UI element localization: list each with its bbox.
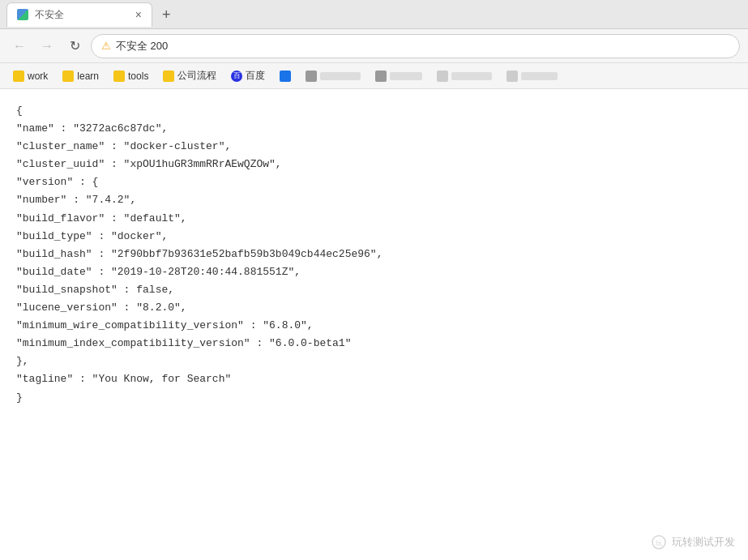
bookmark-gray1-icon xyxy=(306,71,317,82)
forward-icon: → xyxy=(41,39,53,53)
bookmark-light1[interactable] xyxy=(430,67,498,85)
json-line-12: "lucene_version" : "8.2.0", xyxy=(16,299,732,317)
bookmark-light2[interactable] xyxy=(500,67,564,85)
forward-button[interactable]: → xyxy=(36,35,58,58)
json-line-10: "build_date" : "2019-10-28T20:40:44.8815… xyxy=(16,263,732,281)
tab-area: 不安全 × + xyxy=(6,2,742,27)
json-line-11: "build_snapshot" : false, xyxy=(16,281,732,299)
bookmarks-bar: work learn tools 公司流程 百 百度 xyxy=(0,63,748,89)
bookmark-gray2[interactable] xyxy=(369,67,429,85)
bookmark-work-label: work xyxy=(28,71,48,82)
browser-tab[interactable]: 不安全 × xyxy=(6,2,152,27)
bookmark-tools[interactable]: tools xyxy=(107,67,155,85)
bookmark-gray2-icon xyxy=(375,71,387,82)
bookmark-gray1[interactable] xyxy=(299,67,367,85)
address-bar[interactable]: ⚠ 不安全 200 xyxy=(91,34,740,58)
bookmark-tools-label: tools xyxy=(128,71,148,82)
json-line-1: { xyxy=(16,102,732,120)
json-line-7: "build_flavor" : "default", xyxy=(16,210,732,228)
bookmark-gray1-label xyxy=(320,72,361,80)
back-icon: ← xyxy=(13,39,26,53)
tab-title: 不安全 xyxy=(35,8,129,22)
json-line-2: "name" : "3272ac6c87dc", xyxy=(16,120,732,138)
bookmark-light2-label xyxy=(521,72,558,80)
json-line-14: "minimum_index_compatibility_version" : … xyxy=(16,335,732,353)
bookmark-work-icon xyxy=(13,71,24,82)
reload-button[interactable]: ↻ xyxy=(63,35,86,58)
reload-icon: ↻ xyxy=(70,38,80,53)
json-line-8: "build_type" : "docker", xyxy=(16,228,732,246)
new-tab-button[interactable]: + xyxy=(156,3,177,27)
bookmark-learn[interactable]: learn xyxy=(56,67,105,85)
bookmark-baidu-label: 百度 xyxy=(246,69,265,83)
json-line-6: "number" : "7.4.2", xyxy=(16,191,732,209)
bookmark-light1-icon xyxy=(437,71,448,82)
bookmark-special1-icon xyxy=(280,71,291,82)
title-bar: 不安全 × + xyxy=(0,0,748,29)
nav-bar: ← → ↻ ⚠ 不安全 200 xyxy=(0,29,748,63)
bookmark-gray2-label xyxy=(390,72,422,80)
warning-icon: ⚠ xyxy=(101,40,111,52)
bookmark-company-icon xyxy=(163,71,174,82)
bookmark-company[interactable]: 公司流程 xyxy=(156,66,223,86)
json-line-3: "cluster_name" : "docker-cluster", xyxy=(16,138,732,156)
watermark: 玩 玩转测试开发 xyxy=(651,534,735,550)
json-line-13: "minimum_wire_compatibility_version" : "… xyxy=(16,317,732,335)
bookmark-company-label: 公司流程 xyxy=(177,69,216,83)
watermark-icon: 玩 xyxy=(651,534,667,550)
bookmark-work[interactable]: work xyxy=(6,67,54,85)
svg-text:玩: 玩 xyxy=(656,540,662,547)
json-line-15: }, xyxy=(16,353,732,370)
back-button[interactable]: ← xyxy=(8,35,31,58)
json-line-17: } xyxy=(16,389,732,407)
json-line-16: "tagline" : "You Know, for Search" xyxy=(16,370,732,388)
json-line-5: "version" : { xyxy=(16,173,732,191)
bookmark-special1[interactable] xyxy=(273,67,297,85)
bookmark-light1-label xyxy=(451,72,492,80)
json-line-9: "build_hash" : "2f90bbf7b93631e52bafb59b… xyxy=(16,246,732,263)
bookmark-tools-icon xyxy=(113,71,125,82)
tab-close-button[interactable]: × xyxy=(135,8,142,21)
bookmark-light2-icon xyxy=(507,71,518,82)
tab-favicon-icon xyxy=(17,9,28,20)
main-content: { "name" : "3272ac6c87dc", "cluster_name… xyxy=(0,89,748,560)
bookmark-learn-label: learn xyxy=(77,71,99,82)
bookmark-baidu[interactable]: 百 百度 xyxy=(224,66,271,86)
watermark-text: 玩转测试开发 xyxy=(672,535,735,549)
bookmark-baidu-icon: 百 xyxy=(231,71,242,82)
bookmark-learn-icon xyxy=(62,71,74,82)
json-line-4: "cluster_uuid" : "xpOU1huGR3mmRRrAEwQZOw… xyxy=(16,156,732,173)
address-text: 不安全 200 xyxy=(116,39,168,53)
